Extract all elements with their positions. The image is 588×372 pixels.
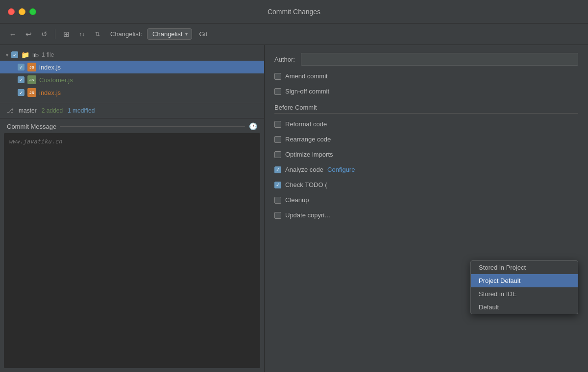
option-row-reformat: Reformat code xyxy=(274,119,578,129)
reformat-checkbox[interactable] xyxy=(274,121,281,128)
rearrange-label: Rearrange code xyxy=(285,136,331,143)
updatecopyright-label: Update copyri… xyxy=(285,211,331,219)
sort-desc-button[interactable]: ⇅ xyxy=(91,27,104,41)
grid-icon: ⊞ xyxy=(63,30,70,39)
commit-message-section: Commit Message 🕐 xyxy=(0,118,264,372)
toolbar-separator-1 xyxy=(55,29,55,39)
analyze-checkbox[interactable] xyxy=(274,166,281,173)
file-checkbox-2[interactable] xyxy=(18,89,24,96)
folder-name: lib xyxy=(32,51,39,59)
undo-icon: ↩ xyxy=(25,30,32,39)
optimize-checkbox[interactable] xyxy=(274,151,281,158)
close-button[interactable] xyxy=(8,8,15,15)
todo-filter-dropdown: Stored in Project Project Default Stored… xyxy=(470,260,578,314)
dropdown-item-2[interactable]: Stored in IDE xyxy=(471,287,578,301)
minimize-button[interactable] xyxy=(19,8,25,15)
cleanup-label: Cleanup xyxy=(285,196,309,204)
author-label: Author: xyxy=(274,56,295,63)
file-name-1: Customer.js xyxy=(39,76,73,84)
file-tree: ▾ 📁 lib 1 file JS index.js JS Customer.j… xyxy=(0,45,264,103)
signoff-checkbox[interactable] xyxy=(274,88,281,95)
commit-message-label: Commit Message xyxy=(7,123,56,130)
changelist-dropdown[interactable]: Changelist ▾ xyxy=(147,28,192,40)
author-row: Author: xyxy=(274,53,578,66)
checktodo-checkbox[interactable] xyxy=(274,182,281,188)
branch-name: master xyxy=(19,107,37,114)
checktodo-label: Check TODO ( xyxy=(285,181,327,188)
back-button[interactable]: ← xyxy=(6,27,20,41)
commit-message-header: Commit Message 🕐 xyxy=(0,118,264,133)
main-content: ▾ 📁 lib 1 file JS index.js JS Customer.j… xyxy=(0,45,588,372)
traffic-lights xyxy=(8,8,36,15)
option-row-checktodo: Check TODO ( xyxy=(274,180,578,189)
chevron-down-icon: ▾ xyxy=(6,52,8,58)
changelist-label: Changelist: xyxy=(110,30,142,38)
left-panel: ▾ 📁 lib 1 file JS index.js JS Customer.j… xyxy=(0,45,265,372)
updatecopyright-checkbox[interactable] xyxy=(274,212,281,219)
right-panel: Author: Amend commit Sign-off commit Bef… xyxy=(265,45,588,372)
cleanup-checkbox[interactable] xyxy=(274,197,281,204)
folder-icon: 📁 xyxy=(21,51,29,59)
js-file-icon-1: JS xyxy=(27,75,36,84)
file-checkbox-1[interactable] xyxy=(18,76,24,83)
sort-desc-icon: ⇅ xyxy=(95,31,100,38)
tree-file-2[interactable]: JS index.js xyxy=(0,86,264,99)
tree-file-1[interactable]: JS Customer.js xyxy=(0,73,264,86)
configure-link[interactable]: Configure xyxy=(327,166,355,173)
signoff-label: Sign-off commit xyxy=(285,88,329,95)
toolbar: ← ↩ ↺ ⊞ ↑↓ ⇅ Changelist: Changelist ▾ Gi… xyxy=(0,23,588,45)
branch-bar: ⎇ master 2 added 1 modified xyxy=(0,103,264,118)
folder-count: 1 file xyxy=(42,51,54,58)
commit-message-divider xyxy=(60,126,245,127)
undo-button[interactable]: ↩ xyxy=(22,27,35,41)
added-count: 2 added xyxy=(42,107,63,114)
changelist-value: Changelist xyxy=(152,30,182,38)
analyze-label: Analyze code xyxy=(285,166,323,173)
dropdown-item-1[interactable]: Project Default xyxy=(471,274,578,287)
amend-checkbox[interactable] xyxy=(274,73,281,80)
file-checkbox-0[interactable] xyxy=(18,64,24,70)
grid-button[interactable]: ⊞ xyxy=(59,27,73,41)
chevron-down-icon: ▾ xyxy=(185,31,188,37)
option-row-amend: Amend commit xyxy=(274,71,578,81)
option-row-signoff: Sign-off commit xyxy=(274,87,578,96)
amend-label: Amend commit xyxy=(285,72,328,80)
dropdown-item-0[interactable]: Stored in Project xyxy=(471,261,578,274)
sort-asc-icon: ↑↓ xyxy=(79,31,85,38)
branch-icon: ⎇ xyxy=(7,107,14,114)
option-row-optimize: Optimize imports xyxy=(274,150,578,159)
js-file-icon-0: JS xyxy=(27,63,36,71)
js-file-icon-2: JS xyxy=(27,88,36,97)
git-label: Git xyxy=(199,30,207,38)
modified-count: 1 modified xyxy=(68,107,95,114)
back-icon: ← xyxy=(9,30,17,38)
redo-icon: ↺ xyxy=(41,30,48,39)
file-name-2: index.js xyxy=(39,89,61,96)
commit-message-input[interactable] xyxy=(4,133,260,368)
author-input[interactable] xyxy=(301,53,578,66)
folder-checkbox[interactable] xyxy=(11,51,18,58)
before-commit-header: Before Commit xyxy=(274,104,578,114)
sort-asc-button[interactable]: ↑↓ xyxy=(75,27,89,41)
rearrange-checkbox[interactable] xyxy=(274,136,281,143)
reformat-label: Reformat code xyxy=(285,120,327,128)
redo-button[interactable]: ↺ xyxy=(37,27,51,41)
window-title: Commit Changes xyxy=(268,8,320,16)
dropdown-item-3[interactable]: Default xyxy=(471,301,578,314)
option-row-rearrange: Rearrange code xyxy=(274,135,578,144)
title-bar: Commit Changes xyxy=(0,0,588,23)
option-row-analyze: Analyze code Configure xyxy=(274,165,578,174)
tree-file-0[interactable]: JS index.js xyxy=(0,61,264,73)
file-name-0: index.js xyxy=(39,64,61,71)
option-row-updatecopyright: Update copyri… xyxy=(274,210,578,220)
tree-folder-lib[interactable]: ▾ 📁 lib 1 file xyxy=(0,49,264,61)
maximize-button[interactable] xyxy=(29,8,36,15)
optimize-label: Optimize imports xyxy=(285,151,333,158)
option-row-cleanup: Cleanup xyxy=(274,195,578,205)
clock-icon[interactable]: 🕐 xyxy=(249,122,257,130)
